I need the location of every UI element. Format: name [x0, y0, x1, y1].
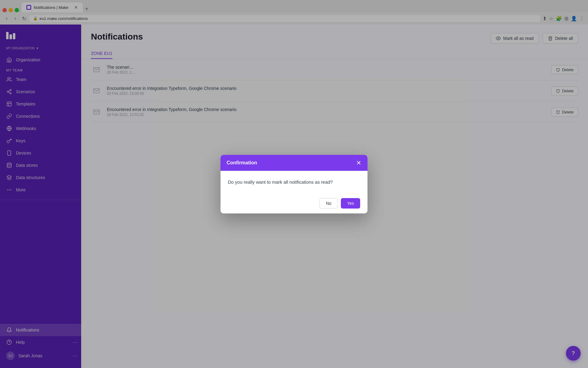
modal-overlay[interactable]: Confirmation ✕ Do you really want to mar…: [0, 0, 588, 368]
modal-close-button[interactable]: ✕: [356, 160, 361, 166]
modal-body: Do you really want to mark all notificat…: [221, 171, 368, 193]
modal-body-text: Do you really want to mark all notificat…: [228, 179, 333, 185]
modal-header: Confirmation ✕: [221, 155, 368, 171]
modal-title: Confirmation: [227, 160, 257, 166]
modal-yes-button[interactable]: Yes: [341, 198, 360, 209]
confirmation-modal: Confirmation ✕ Do you really want to mar…: [221, 155, 368, 213]
modal-no-button[interactable]: No: [319, 198, 338, 209]
modal-footer: No Yes: [221, 193, 368, 213]
